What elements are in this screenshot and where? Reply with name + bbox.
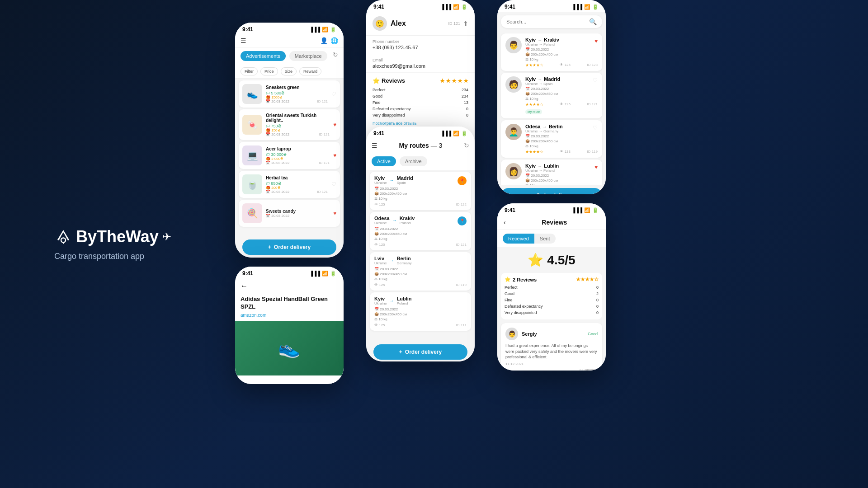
route-pin-1: 📍 [458,176,467,185]
battery-icon-6: 🔋 [592,207,599,213]
search-bar-5: 🔍 [501,15,602,28]
refresh-icon[interactable]: ↻ [333,51,338,61]
product-info-4: Herbal tea 🏷 850₴ 🎁 200₴ 📅 20.03.2022 ID… [266,175,328,194]
status-time-4: 9:41 [373,130,384,136]
route-card-madrid[interactable]: 🧑 Kyiv → Madrid Ukraine → Spain 📅 20.03.… [501,73,602,118]
status-bar-6: 9:41 ▐▐▐ 📶 🔋 [497,203,606,215]
product-list-1: 👟 Sneakers green 🏷 5 500₴ 🎁 1500₴ 📅 20.0… [235,79,344,232]
product-date-4: 📅 20.03.2022 [266,190,289,194]
product-heart-4[interactable]: ♡ [331,181,336,188]
route-card-avatar-1: 👨 [505,37,522,53]
back-icon-2[interactable]: ← [241,282,248,290]
route-detail-dim-4: 📦 200x200x450 см [374,312,467,316]
product-info-1: Sneakers green 🏷 5 500₴ 🎁 1500₴ 📅 20.03.… [266,85,328,103]
product-name-1: Sneakers green [266,85,328,90]
search-icon-5[interactable]: 🔍 [589,18,597,25]
star2: ★ [446,78,451,84]
brand-logo-icon [54,228,72,246]
search-input-5[interactable] [506,19,585,24]
reviews-emoji-3: ⭐ [373,77,380,84]
route-from-3: Lviv Ukraine [374,256,387,265]
route-item-lviv-berlin[interactable]: Lviv Ukraine → Berlin Germany 📅 20.03.20… [370,252,471,291]
product-heart-1[interactable]: ♡ [331,91,336,97]
plus-icon-1: + [268,244,271,250]
order-delivery-button-1[interactable]: + Order delivery [242,239,336,255]
order-delivery-button-4[interactable]: + Order delivery [373,344,467,360]
product-detail-link[interactable]: amazon.com [241,313,338,318]
status-time-5: 9:41 [505,4,515,10]
product-id-4: ID 121 [317,190,328,194]
product-item-3[interactable]: 💻 Acer laprop 🏷 30 000₴ 🎁 2 000₴ 📅 20.03… [239,142,340,169]
route-card-info-1: Kyiv → Krakiv Ukraine → Poland 📅 20.03.2… [525,37,598,67]
globe-icon[interactable]: 🌐 [330,37,338,44]
review-count-title-6: 2 Reviews [513,277,537,282]
tab-received[interactable]: Received [503,234,534,244]
complain-button-sergiy[interactable]: ○ Complain [505,368,598,371]
route-card-cities-4: Kyiv → Lublin [525,163,598,169]
see-all-reviews-3[interactable]: Посмотреть все отзывы [373,121,468,126]
review-row-perfect-6: Perfect 0 [505,284,599,291]
profile-identity: 🙂 Alex [373,16,406,31]
filter-chip-filter[interactable]: Filter [241,67,258,75]
phone-label: Phone number [373,39,468,44]
hamburger-icon-4[interactable]: ☰ [372,142,377,149]
filter-chip-reward[interactable]: Reward [299,67,321,75]
hamburger-icon[interactable]: ☰ [241,37,246,44]
route-item-kyiv-lublin[interactable]: Kyiv Ukraine → Lublin Poland 📅 20.03.202… [370,292,471,331]
star4: ★ [458,78,462,84]
product-heart-3[interactable]: ♥ [333,152,336,159]
route-views-1: 👁 125 [374,202,385,206]
refresh-icon-4[interactable]: ↻ [464,142,469,149]
tab-sent[interactable]: Sent [534,234,556,244]
phone-product-detail: 9:41 ▐▐▐ 📶 🔋 ← Adidas Spezial HandBall G… [235,267,344,384]
product-item-1[interactable]: 👟 Sneakers green 🏷 5 500₴ 🎁 1500₴ 📅 20.0… [239,80,340,108]
product-item-2[interactable]: 🍬 Oriental sweets Turkish delight.. 🏷 75… [239,109,340,140]
route-card-footer-2: ★★★★☆ 👁 125 ID 121 [525,102,598,107]
tab-archive-4[interactable]: Archive [400,156,427,166]
filter-chip-size[interactable]: Size [281,67,297,75]
route-card-weight-1: ⚖ 10 kg [525,57,598,61]
route-to-4: Lublin Poland [397,296,412,305]
tab-active-4[interactable]: Active [372,156,396,166]
route-card-lublin[interactable]: 👩 Kyiv → Lublin Ukraine → Poland 📅 20.03… [501,160,602,185]
phone-advertisements-screen: 9:41 ▐▐▐ 📶 🔋 ☰ 👤 🌐 Advertisements Market… [235,23,344,258]
route-item-kyiv-madrid[interactable]: Kyiv Ukraine → Madrid Spain 📍 📅 20.03.20… [370,172,471,210]
review-row-defeated-6: Defeated expectancy 0 [505,303,599,310]
route-card-from-3: Odesa [525,124,541,129]
product-detail-title: Adidas Spezial HandBall Green SPZL [241,296,338,311]
order-delivery-button-5[interactable]: + Order delivery [501,188,602,194]
product-item-5[interactable]: 🍭 Sweets candy 📅 20.03.2022 ♥ [239,200,340,227]
email-label: Email [373,58,468,62]
review-label-good-3: Good [373,94,382,99]
user-icon[interactable]: 👤 [320,37,328,44]
product-item-4[interactable]: 🍵 Herbal tea 🏷 850₴ 🎁 200₴ 📅 20.03.2022 … [239,171,340,198]
route-card-krakiv[interactable]: 👨 Kyiv → Krakiv Ukraine → Poland 📅 20.03… [501,33,602,71]
battery-icon-5: 🔋 [592,4,599,10]
order-delivery-container-5: + Order delivery [497,185,606,194]
tab-marketplace[interactable]: Marketplace [289,51,327,61]
status-bar-5: 9:41 ▐▐▐ 📶 🔋 [497,0,606,12]
filter-chip-price[interactable]: Price [260,67,278,75]
route-card-heart-4[interactable]: ♥ [594,164,598,170]
route-card-to-2: Madrid [544,76,560,82]
share-icon[interactable]: ⬆ [463,20,468,27]
review-label-perfect-3: Perfect [373,88,386,92]
app-header-1: ☰ 👤 🌐 [235,34,344,47]
wifi-icon-6: 📶 [584,207,590,213]
route-item-odesa-krakiv[interactable]: Odesa Ukraine → Krakiv Poland 📍 📅 20.03.… [370,212,471,250]
route-card-heart-3[interactable]: ♡ [593,125,598,131]
product-heart-5[interactable]: ♥ [333,210,336,216]
product-heart-2[interactable]: ♥ [333,122,336,128]
route-card-berlin[interactable]: 👨‍🦱 Odesa → Berlin Ukraine → Germany 📅 2… [501,120,602,158]
order-delivery-label-4: Order delivery [405,349,442,355]
status-bar-3: 9:41 ▐▐▐ 📶 🔋 [366,0,475,12]
routes-title-4: My routes [399,142,429,149]
route-cities-3: Lviv Ukraine → Berlin Germany [374,256,467,265]
back-icon-6[interactable]: ‹ [504,219,506,226]
route-card-heart-2[interactable]: ♡ [593,77,598,84]
route-card-heart-1[interactable]: ♥ [594,38,598,44]
product-id-2: ID 121 [319,132,330,136]
route-detail-dim-3: 📦 200x200x450 см [374,272,467,276]
route-card-info-2: Kyiv → Madrid Ukraine → Spain 📅 20.03.20… [525,76,598,115]
tab-advertisements[interactable]: Advertisements [241,51,286,61]
